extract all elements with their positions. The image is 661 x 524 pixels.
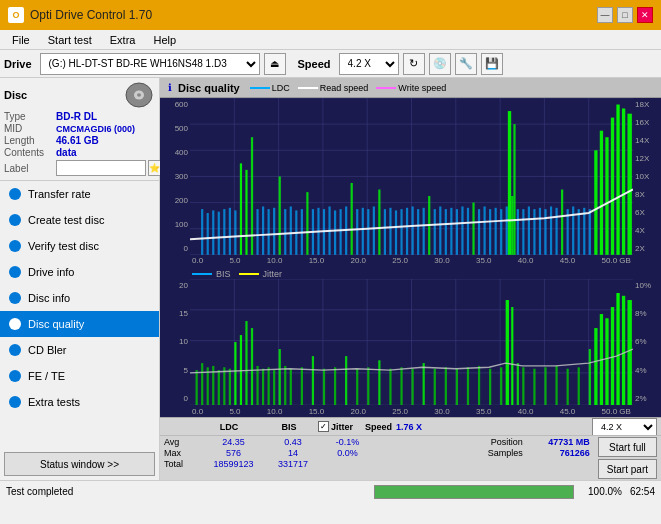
- svg-rect-130: [290, 369, 292, 405]
- svg-rect-57: [412, 206, 414, 254]
- settings-button[interactable]: 🔧: [455, 53, 477, 75]
- save-button[interactable]: 💾: [481, 53, 503, 75]
- svg-rect-67: [467, 208, 469, 255]
- disc-button[interactable]: 💿: [429, 53, 451, 75]
- svg-rect-119: [229, 369, 231, 405]
- svg-rect-43: [334, 210, 336, 254]
- menu-file[interactable]: File: [4, 32, 38, 48]
- close-button[interactable]: ✕: [637, 7, 653, 23]
- nav-drive-info[interactable]: Drive info: [0, 259, 159, 285]
- svg-rect-61: [434, 209, 436, 255]
- disc-mid-row: MID CMCMAGDI6 (000): [4, 123, 155, 134]
- menu-help[interactable]: Help: [145, 32, 184, 48]
- disc-type-row: Type BD-R DL: [4, 111, 155, 122]
- jitter-checkbox[interactable]: ✓: [318, 421, 329, 432]
- svg-rect-93: [600, 131, 603, 255]
- title-bar: O Opti Drive Control 1.70 — □ ✕: [0, 0, 661, 30]
- svg-rect-23: [223, 209, 225, 255]
- nav-cd-bler[interactable]: CD Bler: [0, 337, 159, 363]
- svg-rect-114: [201, 363, 203, 405]
- app-title: Opti Drive Control 1.70: [30, 8, 152, 22]
- svg-rect-49: [367, 209, 369, 255]
- svg-rect-150: [506, 300, 509, 405]
- svg-rect-74: [506, 206, 508, 254]
- status-window-button[interactable]: Status window >>: [4, 452, 155, 476]
- total-label: Total: [164, 459, 199, 469]
- svg-rect-123: [251, 328, 253, 405]
- svg-rect-88: [572, 206, 574, 254]
- svg-rect-77: [508, 111, 511, 255]
- svg-rect-21: [212, 210, 214, 254]
- svg-rect-26: [240, 163, 242, 254]
- svg-rect-122: [245, 321, 247, 405]
- svg-rect-159: [589, 349, 591, 405]
- svg-rect-76: [517, 209, 519, 255]
- svg-rect-55: [400, 209, 402, 255]
- svg-rect-30: [262, 206, 264, 254]
- drive-select[interactable]: (G:) HL-DT-ST BD-RE WH16NS48 1.D3: [40, 53, 260, 75]
- svg-rect-98: [627, 114, 631, 255]
- disc-contents-value: data: [56, 147, 77, 158]
- disc-length-value: 46.61 GB: [56, 135, 99, 146]
- svg-rect-58: [417, 209, 419, 255]
- svg-rect-48: [362, 208, 364, 255]
- start-full-button[interactable]: Start full: [598, 437, 657, 457]
- nav-extra-tests[interactable]: Extra tests: [0, 389, 159, 415]
- refresh-button[interactable]: ↻: [403, 53, 425, 75]
- disc-label-input[interactable]: [56, 160, 146, 176]
- disc-label-row: Label ⭐: [4, 160, 155, 176]
- svg-rect-62: [439, 206, 441, 254]
- nav-disc-quality[interactable]: Disc quality: [0, 311, 159, 337]
- start-part-button[interactable]: Start part: [598, 459, 657, 479]
- speed-stat-label: Speed: [365, 422, 392, 432]
- maximize-button[interactable]: □: [617, 7, 633, 23]
- menu-extra[interactable]: Extra: [102, 32, 144, 48]
- svg-rect-66: [461, 206, 463, 254]
- speed-select[interactable]: 4.2 X: [339, 53, 399, 75]
- quality-speed-dropdown[interactable]: 4.2 X: [592, 418, 657, 436]
- svg-rect-120: [234, 342, 236, 405]
- nav-items: Transfer rate Create test disc Verify te…: [0, 181, 159, 448]
- svg-rect-166: [627, 300, 631, 405]
- bottom-chart-x-axis: 0.0 5.0 10.0 15.0 20.0 25.0 30.0 35.0 40…: [190, 405, 633, 417]
- nav-fe-te[interactable]: FE / TE: [0, 363, 159, 389]
- svg-rect-145: [456, 369, 458, 405]
- top-chart-y-left: 600 500 400 300 200 100 0: [160, 98, 190, 255]
- drive-label: Drive: [4, 58, 32, 70]
- disc-contents-row: Contents data: [4, 147, 155, 158]
- svg-rect-97: [622, 108, 625, 254]
- svg-rect-132: [312, 356, 314, 405]
- svg-rect-81: [533, 209, 535, 255]
- eject-button[interactable]: ⏏: [264, 53, 286, 75]
- nav-disc-info[interactable]: Disc info: [0, 285, 159, 311]
- avg-jitter: -0.1%: [320, 437, 375, 447]
- bottom-chart-area: [190, 279, 633, 405]
- stats-header-row: LDC BIS ✓ Jitter Speed 1.76 X 4.2 X: [160, 417, 661, 435]
- svg-rect-124: [256, 366, 258, 405]
- legend-ldc: LDC: [250, 83, 290, 93]
- svg-rect-79: [522, 209, 524, 255]
- svg-rect-22: [218, 212, 220, 255]
- svg-rect-27: [245, 170, 247, 255]
- svg-rect-50: [373, 206, 375, 254]
- disc-icon: [125, 82, 153, 108]
- max-label: Max: [164, 448, 199, 458]
- svg-rect-165: [622, 296, 625, 405]
- chart-header: ℹ Disc quality LDC Read speed Write spee…: [160, 78, 661, 98]
- legend-read-speed: Read speed: [298, 83, 369, 93]
- svg-rect-137: [367, 367, 369, 405]
- legend-bis: BIS: [192, 269, 231, 279]
- app-icon: O: [8, 7, 24, 23]
- minimize-button[interactable]: —: [597, 7, 613, 23]
- nav-transfer-rate[interactable]: Transfer rate: [0, 181, 159, 207]
- position-label: Position: [491, 437, 523, 447]
- svg-rect-118: [223, 367, 225, 405]
- svg-rect-29: [256, 209, 258, 255]
- svg-rect-56: [406, 208, 408, 255]
- menu-start-test[interactable]: Start test: [40, 32, 100, 48]
- nav-create-test-disc[interactable]: Create test disc: [0, 207, 159, 233]
- nav-verify-test-disc[interactable]: Verify test disc: [0, 233, 159, 259]
- max-ldc: 576: [201, 448, 266, 458]
- svg-rect-85: [555, 208, 557, 255]
- svg-rect-135: [345, 356, 347, 405]
